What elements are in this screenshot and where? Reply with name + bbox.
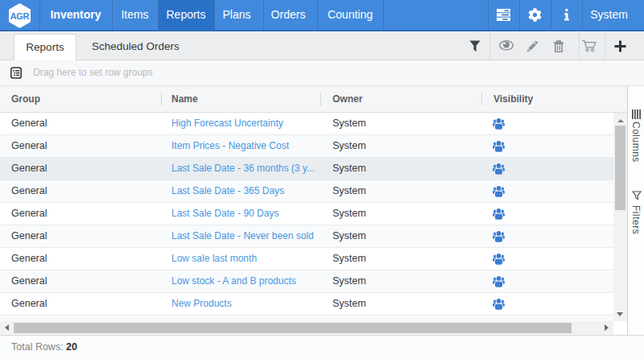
svg-text:AGR: AGR: [10, 11, 30, 21]
